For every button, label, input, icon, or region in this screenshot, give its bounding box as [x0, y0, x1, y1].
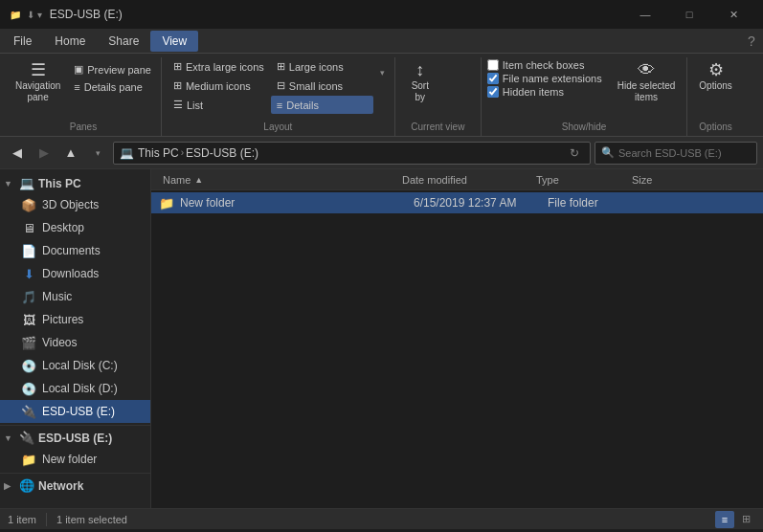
- menu-file[interactable]: File: [2, 31, 43, 52]
- options-button[interactable]: ⚙ Options: [693, 57, 737, 95]
- sidebar-esd-expanded[interactable]: ▼ 🔌 ESD-USB (E:): [0, 428, 150, 448]
- recent-locations-button[interactable]: ▾: [86, 142, 109, 165]
- pictures-icon: 🖼: [21, 312, 36, 327]
- ribbon-content: ☰ Navigationpane ▣ Preview pane ≡ Detail…: [6, 57, 757, 136]
- file-name-extensions-checkbox[interactable]: [487, 73, 499, 84]
- main-area: ▼ 💻 This PC 📦 3D Objects 🖥 Desktop 📄 Doc…: [0, 169, 763, 508]
- extra-large-button[interactable]: ⊞ Extra large icons: [168, 57, 270, 76]
- new-folder-nav-icon: 📁: [21, 452, 36, 467]
- panes-content: ☰ Navigationpane ▣ Preview pane ≡ Detail…: [11, 57, 155, 120]
- title-bar-icons: 📁 ⬇ ▾: [8, 7, 42, 22]
- forward-button[interactable]: ▶: [33, 142, 56, 165]
- sidebar-item-this-pc[interactable]: ▼ 💻 This PC: [0, 173, 150, 193]
- header-date[interactable]: Date modified: [398, 174, 532, 186]
- medium-icon: ⊞: [173, 79, 182, 92]
- panes-group-label: Panes: [11, 120, 155, 132]
- network-label: Network: [38, 479, 83, 493]
- large-button[interactable]: ⊞ Large icons: [271, 57, 373, 76]
- local-d-icon: 💿: [21, 381, 36, 396]
- nav-pane-icon: ☰: [31, 61, 46, 78]
- address-bar[interactable]: 💻 This PC › ESD-USB (E:) ↻: [113, 142, 591, 165]
- layout-dropdown-button[interactable]: ▾: [377, 57, 389, 88]
- list-button[interactable]: ☰ List: [168, 96, 270, 114]
- 3d-objects-label: 3D Objects: [42, 198, 99, 211]
- menu-home[interactable]: Home: [43, 31, 97, 52]
- status-divider: [46, 513, 47, 526]
- sidebar-item-desktop[interactable]: 🖥 Desktop: [0, 216, 150, 239]
- sort-label: Sortby: [412, 80, 429, 103]
- header-type[interactable]: Type: [532, 174, 628, 186]
- item-check-boxes-checkbox[interactable]: [487, 59, 499, 71]
- table-row[interactable]: 📁 New folder 6/15/2019 12:37 AM File fol…: [151, 192, 763, 213]
- title-bar: 📁 ⬇ ▾ ESD-USB (E:) — □ ✕: [0, 0, 763, 29]
- item-count: 1 item: [8, 514, 36, 525]
- sidebar-item-pictures[interactable]: 🖼 Pictures: [0, 308, 150, 331]
- sort-by-button[interactable]: ↕ Sortby: [401, 57, 439, 107]
- ribbon-show-hide-group: Item check boxes File name extensions Hi…: [482, 57, 688, 136]
- menu-view[interactable]: View: [150, 31, 198, 52]
- hidden-items-checkbox[interactable]: [487, 86, 499, 98]
- details-view-icon: ≡: [277, 100, 282, 111]
- esd-usb-label: ESD-USB (E:): [42, 405, 115, 418]
- sidebar-item-downloads[interactable]: ⬇ Downloads: [0, 262, 150, 285]
- details-view-label: Details: [286, 100, 319, 111]
- back-button[interactable]: ◀: [6, 142, 29, 165]
- sidebar-item-3d-objects[interactable]: 📦 3D Objects: [0, 193, 150, 216]
- sidebar-item-videos[interactable]: 🎬 Videos: [0, 331, 150, 354]
- refresh-button[interactable]: ↻: [565, 144, 584, 163]
- sidebar-item-network[interactable]: ▶ 🌐 Network: [0, 476, 150, 496]
- window-icon: 📁: [8, 7, 23, 22]
- details-view-toggle[interactable]: ≡: [715, 511, 734, 528]
- header-name[interactable]: Name ▲: [159, 174, 398, 186]
- file-list: 📁 New folder 6/15/2019 12:37 AM File fol…: [151, 190, 763, 508]
- hide-selected-button[interactable]: 👁 Hide selecteditems: [612, 57, 682, 107]
- sidebar-item-new-folder[interactable]: 📁 New folder: [0, 448, 150, 471]
- small-button[interactable]: ⊟ Small icons: [271, 77, 373, 95]
- preview-pane-button[interactable]: ▣ Preview pane: [70, 61, 155, 78]
- music-icon: 🎵: [21, 289, 36, 304]
- close-button[interactable]: ✕: [711, 0, 755, 29]
- quick-access-icons: ⬇ ▾: [27, 10, 42, 20]
- address-segment-usb: ESD-USB (E:): [186, 146, 258, 160]
- address-path: This PC › ESD-USB (E:): [138, 146, 561, 160]
- sidebar-item-local-d[interactable]: 💿 Local Disk (D:): [0, 377, 150, 400]
- sidebar-item-documents[interactable]: 📄 Documents: [0, 239, 150, 262]
- search-input[interactable]: [618, 147, 733, 159]
- file-area: Name ▲ Date modified Type Size 📁 New fol…: [151, 169, 763, 508]
- file-name-extensions-option[interactable]: File name extensions: [487, 73, 602, 84]
- list-icon: ☰: [173, 99, 183, 111]
- item-check-boxes-option[interactable]: Item check boxes: [487, 59, 602, 71]
- help-button[interactable]: ?: [742, 32, 761, 51]
- preview-icon: ▣: [74, 63, 83, 76]
- sidebar-item-local-c[interactable]: 💿 Local Disk (C:): [0, 354, 150, 377]
- header-size[interactable]: Size: [628, 174, 705, 186]
- details-button[interactable]: ≡ Details: [271, 96, 373, 114]
- show-hide-label: Show/hide: [487, 120, 682, 132]
- large-view-toggle[interactable]: ⊞: [736, 511, 755, 528]
- preview-label: Preview pane: [87, 64, 151, 76]
- esd-usb-icon: 🔌: [21, 404, 36, 419]
- show-hide-checkboxes: Item check boxes File name extensions Hi…: [487, 57, 602, 100]
- details-pane-button[interactable]: ≡ Details pane: [70, 79, 155, 95]
- ribbon-options-group: ⚙ Options Options: [687, 57, 743, 136]
- medium-button[interactable]: ⊞ Medium icons: [168, 77, 270, 95]
- menu-share[interactable]: Share: [97, 31, 150, 52]
- search-bar[interactable]: 🔍: [595, 142, 757, 165]
- 3d-objects-icon: 📦: [21, 197, 36, 212]
- file-header: Name ▲ Date modified Type Size: [151, 169, 763, 190]
- navigation-pane-button[interactable]: ☰ Navigationpane: [11, 57, 64, 105]
- header-date-label: Date modified: [402, 174, 467, 186]
- layout-content: ⊞ Extra large icons ⊞ Large icons ⊞ Medi…: [168, 57, 389, 120]
- nav-pane-container: ☰ Navigationpane: [11, 57, 64, 105]
- documents-icon: 📄: [21, 243, 36, 258]
- nav-pane-label: Navigationpane: [15, 80, 60, 103]
- network-icon: 🌐: [19, 478, 34, 493]
- hidden-items-option[interactable]: Hidden items: [487, 86, 602, 98]
- up-button[interactable]: ▲: [59, 142, 82, 165]
- sidebar-item-esd-usb[interactable]: 🔌 ESD-USB (E:): [0, 400, 150, 423]
- file-name-extensions-label: File name extensions: [503, 73, 602, 84]
- videos-label: Videos: [42, 336, 77, 349]
- minimize-button[interactable]: —: [623, 0, 667, 29]
- maximize-button[interactable]: □: [667, 0, 711, 29]
- sidebar-item-music[interactable]: 🎵 Music: [0, 285, 150, 308]
